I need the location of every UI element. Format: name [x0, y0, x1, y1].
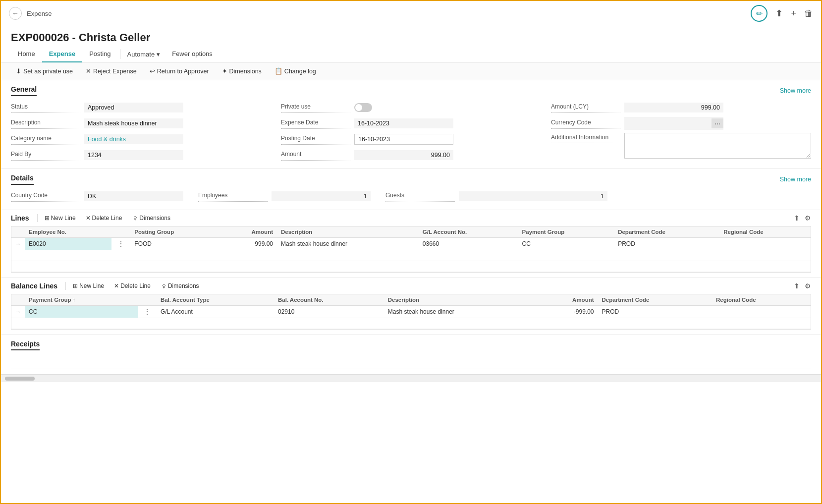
add-button[interactable]: +: [791, 8, 796, 19]
new-line-label: New Line: [51, 215, 76, 222]
lines-title: Lines: [11, 214, 29, 222]
bal-cell-account-no[interactable]: 02910: [274, 306, 384, 318]
details-title: Details: [11, 174, 34, 185]
col-regional-code: Regional Code: [719, 226, 811, 238]
bal-cell-account-type[interactable]: G/L Account: [157, 306, 274, 318]
cell-employee-no[interactable]: E0020: [25, 238, 111, 250]
balance-lines-column-settings-icon[interactable]: ⚙: [805, 282, 811, 290]
col-payment-group: Payment Group: [518, 226, 614, 238]
cell-dots[interactable]: ⋮: [111, 238, 130, 250]
expense-date-value[interactable]: 16-10-2023: [354, 118, 453, 128]
bal-col-regional-code: Regional Code: [712, 294, 811, 306]
lines-toolbar: Lines ⊞ New Line ✕ Delete Line ⧬ Dimensi…: [11, 213, 811, 223]
balance-lines-delete-line-button[interactable]: ✕ Delete Line: [110, 281, 155, 291]
row-arrow: →: [11, 306, 25, 318]
tab-automate[interactable]: Automate ▾: [122, 47, 165, 62]
expense-date-field: Expense Date 16-10-2023: [281, 117, 541, 130]
col-amount: Amount: [221, 226, 277, 238]
edit-button[interactable]: ✏: [751, 5, 767, 22]
row-menu-button[interactable]: ⋮: [115, 240, 126, 248]
return-to-approver-button[interactable]: ↩ Return to Approver: [145, 65, 214, 77]
country-code-label: Country Code: [11, 191, 80, 201]
currency-code-value[interactable]: ···: [624, 117, 723, 130]
additional-info-textarea[interactable]: [624, 133, 811, 159]
general-title: General: [11, 85, 37, 96]
private-use-label: Private use: [281, 102, 350, 112]
share-button[interactable]: ⬆: [775, 8, 783, 19]
bal-cell-payment-group[interactable]: CC: [25, 306, 138, 318]
balance-delete-line-icon: ✕: [114, 282, 119, 289]
employees-value[interactable]: 1: [272, 191, 371, 201]
dimensions-button[interactable]: ✦ Dimensions: [217, 65, 267, 77]
tab-fewer-options[interactable]: Fewer options: [165, 46, 219, 62]
guests-value[interactable]: 1: [459, 191, 607, 201]
tab-posting[interactable]: Posting: [82, 46, 117, 62]
cell-description[interactable]: Mash steak house dinner: [277, 238, 419, 250]
amount-field: Amount 999.00: [281, 149, 541, 162]
lines-dimensions-button[interactable]: ⧬ Dimensions: [128, 213, 174, 223]
lines-table: Employee No. Posting Group Amount Descri…: [11, 226, 811, 272]
general-show-more[interactable]: Show more: [780, 87, 811, 94]
col-department-code: Department Code: [614, 226, 719, 238]
scroll-thumb[interactable]: [5, 377, 35, 381]
details-section-header: Details Show more: [11, 174, 811, 185]
set-private-use-button[interactable]: ⬇ Set as private use: [11, 65, 78, 77]
balance-lines-new-line-button[interactable]: ⊞ New Line: [69, 281, 108, 291]
cell-amount[interactable]: 999.00: [221, 238, 277, 250]
bal-cell-department-code[interactable]: PROD: [598, 306, 712, 318]
bal-col-account-no: Bal. Account No.: [274, 294, 384, 306]
bal-cell-amount[interactable]: -999.00: [537, 306, 598, 318]
paid-by-value[interactable]: 1234: [84, 150, 183, 160]
balance-lines-dimensions-button[interactable]: ⧬ Dimensions: [157, 281, 203, 291]
country-code-value[interactable]: DK: [84, 191, 183, 201]
details-show-more[interactable]: Show more: [780, 176, 811, 183]
cell-regional-code[interactable]: [719, 238, 811, 250]
reject-expense-button[interactable]: ✕ Reject Expense: [81, 65, 142, 77]
lines-export-icon[interactable]: ⬆: [794, 214, 800, 222]
lines-delete-line-button[interactable]: ✕ Delete Line: [82, 213, 126, 223]
bal-col-amount: Amount: [537, 294, 598, 306]
change-log-button[interactable]: 📋 Change log: [270, 65, 321, 77]
balance-lines-export-icon[interactable]: ⬆: [794, 282, 800, 290]
horizontal-scrollbar[interactable]: [1, 374, 821, 382]
back-button[interactable]: ←: [9, 7, 22, 20]
automate-label: Automate: [127, 51, 155, 58]
general-col-3: Amount (LCY) 999.00 Currency Code ··· Ad…: [551, 101, 811, 162]
bal-cell-regional-code[interactable]: [712, 306, 811, 318]
tab-home[interactable]: Home: [11, 46, 42, 62]
receipts-section: Receipts: [1, 335, 821, 374]
table-row: [11, 261, 811, 272]
cell-payment-group[interactable]: CC: [518, 238, 614, 250]
private-use-toggle[interactable]: [354, 103, 372, 112]
chevron-down-icon: ▾: [157, 51, 160, 58]
amount-lcy-label: Amount (LCY): [551, 102, 620, 112]
tab-expense[interactable]: Expense: [42, 46, 82, 62]
guests-field: Guests 1: [385, 190, 607, 203]
cell-gl-account-no[interactable]: 03660: [419, 238, 518, 250]
bal-cell-dots[interactable]: ⋮: [138, 306, 157, 318]
posting-date-value[interactable]: 16-10-2023: [354, 134, 453, 145]
description-value[interactable]: Mash steak house dinner: [84, 118, 183, 128]
currency-code-label: Currency Code: [551, 118, 620, 128]
lines-new-line-button[interactable]: ⊞ New Line: [41, 213, 80, 223]
balance-lines-title: Balance Lines: [11, 282, 57, 290]
lines-dimensions-label: Dimensions: [139, 215, 170, 222]
cell-posting-group[interactable]: FOOD: [130, 238, 221, 250]
return-icon: ↩: [150, 67, 155, 75]
bal-row-menu-button[interactable]: ⋮: [142, 308, 153, 316]
delete-button[interactable]: 🗑: [804, 8, 813, 19]
lines-column-settings-icon[interactable]: ⚙: [805, 214, 811, 222]
amount-value[interactable]: 999.00: [354, 150, 453, 160]
cell-department-code[interactable]: PROD: [614, 238, 719, 250]
bal-cell-description[interactable]: Mash steak house dinner: [384, 306, 537, 318]
receipts-title: Receipts: [11, 340, 40, 350]
header-actions: ✏ ⬆ + 🗑: [751, 5, 813, 22]
category-name-value[interactable]: Food & drinks: [84, 134, 183, 144]
col-description: Description: [277, 226, 419, 238]
details-fields: Country Code DK Employees 1 Guests 1: [11, 190, 811, 203]
currency-code-dots[interactable]: ···: [712, 118, 723, 128]
balance-dimensions-label: Dimensions: [168, 282, 199, 289]
edit-icon: ✏: [756, 9, 763, 18]
description-field: Description Mash steak house dinner: [11, 117, 271, 130]
balance-lines-sep-1: [65, 282, 66, 290]
